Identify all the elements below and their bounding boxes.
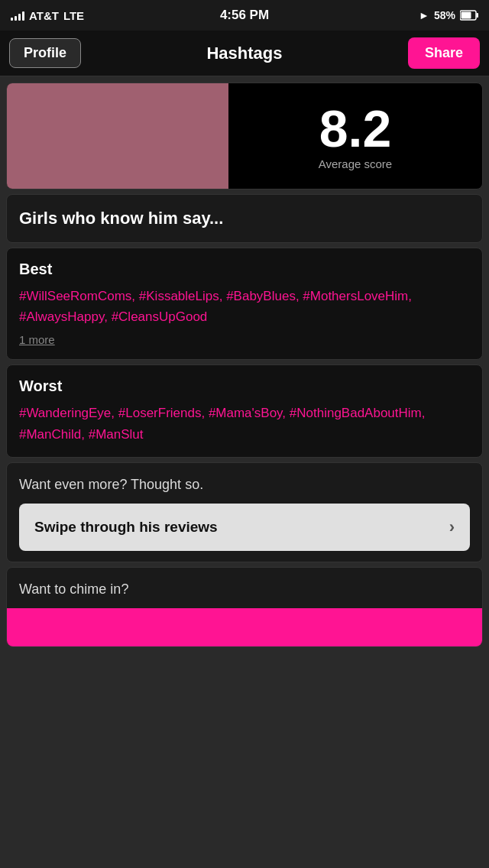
swipe-reviews-label: Swipe through his reviews <box>34 519 218 536</box>
signal-bars <box>11 10 24 21</box>
svg-rect-1 <box>477 13 479 18</box>
carrier-label: AT&T <box>29 9 59 22</box>
chevron-right-icon: › <box>449 517 455 537</box>
chime-button-bar[interactable] <box>7 608 482 646</box>
battery-percent: 58% <box>434 9 455 21</box>
chime-text: Want to chime in? <box>19 581 470 598</box>
status-bar: AT&T LTE 4:56 PM ► 58% <box>0 0 489 31</box>
best-hashtags: #WillSeeRomComs, #KissableLips, #BabyBlu… <box>19 286 470 327</box>
swipe-reviews-button[interactable]: Swipe through his reviews › <box>19 504 470 551</box>
battery-icon <box>460 10 478 21</box>
signal-bar-1 <box>11 18 13 21</box>
score-number: 8.2 <box>319 102 392 154</box>
network-label: LTE <box>63 9 84 22</box>
more-link[interactable]: 1 more <box>19 333 55 346</box>
cta-section: Want even more? Thought so. Swipe throug… <box>6 462 483 562</box>
signal-bar-4 <box>22 11 24 21</box>
girls-say-section: Girls who know him say... <box>6 194 483 243</box>
time-label: 4:56 PM <box>220 8 269 23</box>
best-hashtags-section: Best #WillSeeRomComs, #KissableLips, #Ba… <box>6 248 483 360</box>
profile-image <box>7 83 228 189</box>
average-score-label: Average score <box>319 157 392 170</box>
nav-bar: Profile Hashtags Share <box>0 31 489 76</box>
status-right: ► 58% <box>419 9 478 21</box>
worst-hashtags: #WanderingEye, #LoserFriends, #Mama'sBoy… <box>19 403 470 444</box>
svg-rect-2 <box>461 12 471 19</box>
signal-bar-2 <box>15 16 17 21</box>
signal-bar-3 <box>18 14 21 21</box>
location-icon: ► <box>419 9 429 21</box>
score-info: 8.2 Average score <box>228 95 482 178</box>
girls-say-title: Girls who know him say... <box>19 209 223 228</box>
status-left: AT&T LTE <box>11 9 84 22</box>
page-title: Hashtags <box>206 44 282 63</box>
score-card: 8.2 Average score <box>6 83 483 189</box>
best-label: Best <box>19 261 470 278</box>
profile-button[interactable]: Profile <box>9 38 81 68</box>
chime-section: Want to chime in? <box>6 567 483 647</box>
cta-text: Want even more? Thought so. <box>19 477 470 493</box>
share-button[interactable]: Share <box>408 37 480 69</box>
main-content: 8.2 Average score Girls who know him say… <box>0 83 489 647</box>
worst-hashtags-section: Worst #WanderingEye, #LoserFriends, #Mam… <box>6 364 483 457</box>
worst-label: Worst <box>19 377 470 395</box>
